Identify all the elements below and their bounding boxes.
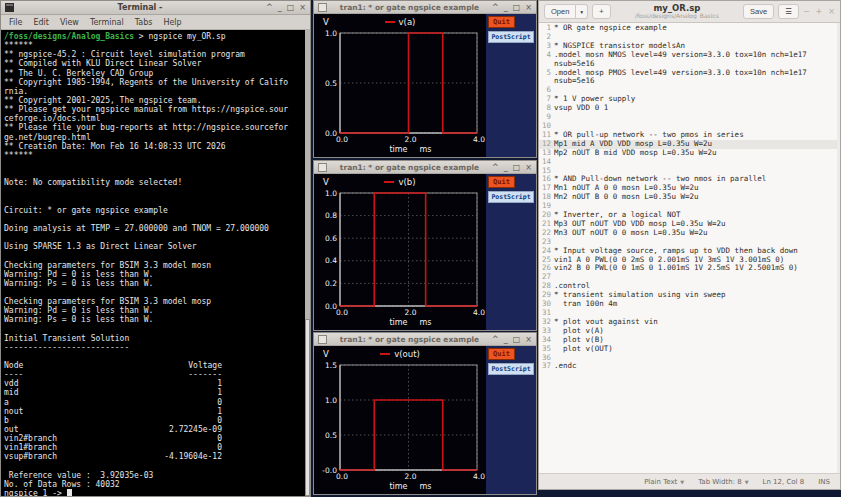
terminal-line: Checking parameters for BSIM 3.3 model m… [4, 297, 303, 306]
node-table-row: vsup#branch-4.19604e-12 [4, 452, 303, 461]
waveform-chart-va: 1.00.50.00.02.04.0timems [314, 29, 486, 157]
editor-line[interactable]: 37.endc [539, 362, 837, 371]
terminal-line: Doing analysis at TEMP = 27.000000 and T… [4, 224, 303, 233]
tab-width-selector[interactable]: Tab Width: 8▼ [698, 478, 748, 486]
plot-canvas: V v(out) 1.51.00.5-0.00.02.04.0timems [314, 346, 486, 494]
editor-line[interactable]: 4.model mosn NMOS level=49 version=3.3.0… [539, 51, 837, 69]
close-button[interactable]: × [525, 3, 532, 12]
editor-line[interactable]: 18Mn2 nOUT B 0 0 mosn L=0.35u W=2u [539, 193, 837, 202]
maximize-button[interactable]: □ [287, 3, 295, 12]
menu-view[interactable]: View [60, 18, 79, 27]
shade-button[interactable]: ^ [492, 335, 499, 344]
node-name: nout [4, 407, 104, 416]
open-button[interactable]: Open [544, 4, 576, 19]
svg-text:0.2: 0.2 [325, 279, 337, 288]
shade-button[interactable]: ^ [266, 3, 273, 12]
quit-button[interactable]: Quit [488, 176, 515, 188]
plot-titlebar[interactable]: tran1: * or gate ngspice example ^ _ □ × [314, 1, 536, 14]
editor-scrollbar[interactable] [837, 23, 840, 473]
scrollbar-thumb[interactable] [305, 319, 310, 496]
editor-line[interactable]: 35 plot v(OUT) [539, 345, 837, 354]
editor-line[interactable]: 8vsup VDD 0 1 [539, 104, 837, 113]
new-tab-button[interactable]: + [592, 4, 610, 19]
menu-button[interactable]: ☰ [778, 4, 799, 19]
editor-body[interactable]: 1* OR gate ngspice example23* NGSPICE tr… [539, 23, 840, 473]
line-number: 4 [539, 51, 554, 69]
plot-window-icon [318, 3, 327, 12]
menu-edit[interactable]: Edit [33, 18, 49, 27]
terminal-line: ** Creation Date: Mon Feb 16 14:08:33 UT… [4, 142, 303, 151]
terminal-line [4, 288, 303, 297]
terminal-scrollbar[interactable] [305, 30, 310, 496]
line-text: plot v(OUT) [554, 345, 837, 354]
node-table-header: NodeVoltage [4, 361, 303, 370]
terminal-body[interactable]: /foss/designs/Analog_Basics > ngspice my… [1, 30, 310, 496]
save-button[interactable]: Save [743, 4, 774, 19]
terminal-line: ** Please get your ngspice manual from h… [4, 105, 303, 114]
close-button[interactable]: × [828, 7, 835, 16]
open-dropdown-button[interactable]: ▼ [576, 4, 588, 19]
svg-text:0.5: 0.5 [325, 79, 337, 88]
language-selector[interactable]: Plain Text▼ [644, 478, 684, 486]
close-button[interactable]: × [525, 163, 532, 172]
terminal-line [4, 233, 303, 242]
editor-line[interactable]: 13Mp2 nOUT B mid VDD mosp L=0.35u W=2u [539, 149, 837, 158]
quit-button[interactable]: Quit [488, 348, 515, 360]
minimize-button[interactable]: − [803, 7, 810, 16]
postscript-button[interactable]: PostScript [488, 191, 534, 203]
maximize-button[interactable]: + [816, 7, 823, 16]
svg-text:0.6: 0.6 [325, 234, 337, 243]
svg-text:0.0: 0.0 [336, 472, 348, 481]
plot-titlebar[interactable]: tran1: * or gate ngspice example ^ _ □ × [314, 333, 536, 346]
minimize-button[interactable]: _ [504, 335, 508, 344]
editor-line[interactable]: 5.model mosp PMOS level=49 version=3.3.0… [539, 69, 837, 87]
svg-text:2.0: 2.0 [405, 472, 417, 481]
terminal-line: ** Please file your bug-reports at http:… [4, 123, 303, 132]
postscript-button[interactable]: PostScript [488, 31, 534, 43]
editor-line[interactable]: 30 tran 100n 4m [539, 300, 837, 309]
ngspice-prompt: ngspice 1 -> [4, 489, 67, 496]
svg-text:0.4: 0.4 [325, 256, 337, 265]
svg-text:ms: ms [420, 145, 432, 154]
editor-line[interactable]: 1* OR gate ngspice example [539, 24, 837, 33]
editor-line[interactable]: 9 [539, 113, 837, 122]
postscript-button[interactable]: PostScript [488, 363, 534, 375]
quit-button[interactable]: Quit [488, 16, 515, 28]
maximize-button[interactable]: □ [513, 3, 521, 12]
node-name: b [4, 416, 104, 425]
menu-file[interactable]: File [9, 18, 22, 27]
editor-line[interactable]: 26vin2 B 0 PWL(0 0 1mS 0 1.001mS 1V 2.5m… [539, 264, 837, 273]
editor-line[interactable]: 36 [539, 354, 837, 363]
terminal-titlebar[interactable]: Terminal - ^ _ □ × [1, 1, 310, 15]
line-text [554, 354, 837, 363]
menu-tabs[interactable]: Tabs [135, 18, 153, 27]
cursor-position[interactable]: Ln 12, Col 8 [763, 478, 805, 486]
shade-button[interactable]: ^ [492, 163, 499, 172]
editor-line[interactable]: 22Mn3 OUT nOUT 0 0 mosn L=0.35u W=2u [539, 229, 837, 238]
maximize-button[interactable]: □ [513, 335, 521, 344]
minimize-button[interactable]: _ [278, 3, 282, 12]
shade-button[interactable]: ^ [492, 3, 499, 12]
plot-sidebar: Quit PostScript [486, 174, 536, 330]
maximize-button[interactable]: □ [513, 163, 521, 172]
editor-line[interactable]: 14 [539, 158, 837, 167]
plot-titlebar[interactable]: tran1: * or gate ngspice example ^ _ □ × [314, 161, 536, 174]
menu-terminal[interactable]: Terminal [90, 18, 124, 27]
node-voltage: 0 [104, 443, 222, 452]
editor-text-area[interactable]: 1* OR gate ngspice example23* NGSPICE tr… [539, 24, 837, 371]
minimize-button[interactable]: _ [504, 163, 508, 172]
menu-help[interactable]: Help [163, 18, 181, 27]
editor-headerbar[interactable]: Open ▼ + my_OR.sp /foss/designs/Analog_B… [539, 1, 840, 23]
close-button[interactable]: × [525, 335, 532, 344]
line-number: 5 [539, 69, 554, 87]
line-text: Mp2 nOUT B mid VDD mosp L=0.35u W=2u [554, 149, 837, 158]
line-number: 37 [539, 362, 554, 371]
desktop: Terminal - ^ _ □ × File Edit View Termin… [0, 0, 841, 497]
insert-mode-indicator: INS [818, 478, 830, 486]
node-table-row: out2.72245e-09 [4, 425, 303, 434]
close-button[interactable]: × [299, 3, 306, 12]
minimize-button[interactable]: _ [504, 3, 508, 12]
svg-text:time: time [389, 482, 407, 491]
line-text [554, 273, 837, 282]
line-text: vsup VDD 0 1 [554, 104, 837, 113]
